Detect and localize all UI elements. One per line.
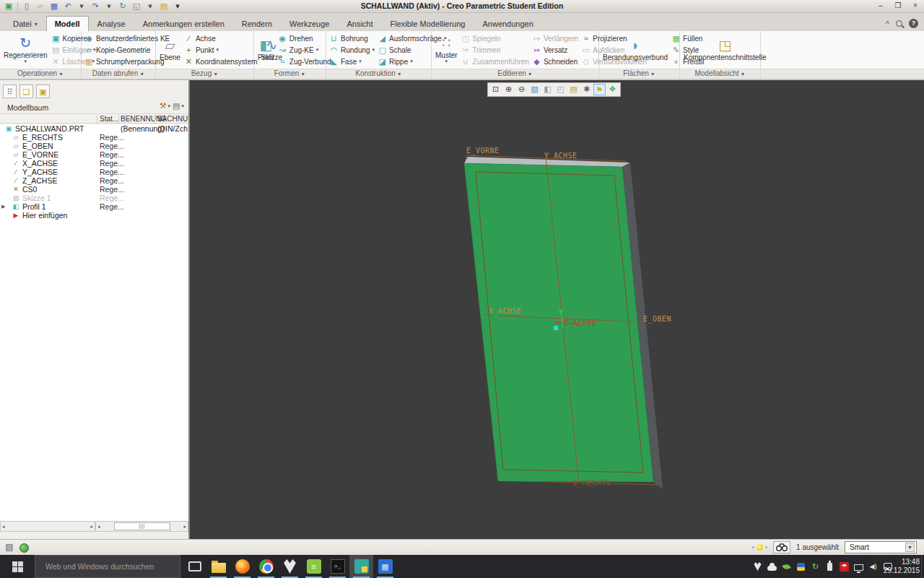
expand-arrow-icon[interactable]: ▶ <box>1 204 5 210</box>
tree-row-x-achse[interactable]: ∕X_ACHSERege... <box>0 159 188 168</box>
tray-cloud[interactable] <box>767 562 777 571</box>
task-view-button[interactable] <box>183 555 206 578</box>
favorites-tab[interactable]: ▣ <box>36 85 50 98</box>
notepad-app[interactable]: ≡ <box>302 555 326 578</box>
zoom-in-button[interactable]: ⊕ <box>502 84 515 95</box>
tree-row-hier-einfugen[interactable]: ▶Hier einfügen <box>0 211 188 220</box>
tree-row-cs0[interactable]: ✕CS0Rege... <box>0 185 188 194</box>
zusammenfuhren-button[interactable]: ∪Zusammenführen <box>460 56 531 67</box>
spiegeln-button[interactable]: ◫Spiegeln <box>460 33 531 44</box>
tray-avira[interactable]: ☂ <box>840 562 849 571</box>
tree-row-e-vorne[interactable]: ▱E_VORNERege... <box>0 150 188 159</box>
tab-flexible-modellierung[interactable]: Flexible Modellierung <box>382 16 474 31</box>
model-tree-tab[interactable]: ⠿ <box>3 85 17 98</box>
view-manager-button[interactable]: ▤ <box>567 84 580 95</box>
komponentenschnittstelle-button[interactable]: ◳Komponentenschnittstelle <box>681 32 769 68</box>
tab-datei[interactable]: Datei▾ <box>4 16 46 31</box>
column-header-status[interactable]: Stat... <box>100 115 118 123</box>
koordinatensystem-button[interactable]: ✕Koordinatensystem <box>183 56 259 67</box>
fase-button[interactable]: ◣Fase▾ <box>328 56 376 67</box>
zoom-out-button[interactable]: ⊖ <box>515 84 528 95</box>
tree-row-e-oben[interactable]: ▱E_OBENRege... <box>0 142 188 150</box>
saved-orientations-button[interactable]: ◰ <box>554 84 567 95</box>
achse-button[interactable]: ∕Achse <box>183 33 259 44</box>
scrollbar-thumb[interactable] <box>114 522 170 530</box>
display-style-button[interactable]: ◧ <box>541 84 554 95</box>
verlangern-button[interactable]: ↦Verlängern <box>531 33 580 44</box>
taskbar-clock[interactable]: 13:48 29.12.2015 <box>884 558 920 575</box>
tab-analyse[interactable]: Analyse <box>89 16 134 31</box>
close-button[interactable]: × <box>910 1 920 10</box>
tree-row-skizze-1[interactable]: ▨Skizze 1Rege... <box>0 194 188 202</box>
tray-leaf[interactable] <box>782 562 791 571</box>
restore-button[interactable]: ❐ <box>893 1 903 10</box>
punkt-button[interactable]: +Punkt▾ <box>183 44 259 56</box>
model-events-icon[interactable] <box>19 543 29 553</box>
chrome[interactable] <box>254 555 278 578</box>
find-button[interactable] <box>773 541 790 553</box>
tab-rendern[interactable]: Rendern <box>233 16 281 31</box>
csys-origin-point[interactable] <box>554 326 558 330</box>
spin-center-button[interactable]: ❖ <box>606 84 619 95</box>
column-header-sachnummer[interactable]: SACHNUMMER <box>157 115 188 123</box>
folder-browser-tab[interactable]: ❏ <box>19 85 33 98</box>
ribbon-group-label[interactable]: Konstruktion▼ <box>326 69 431 79</box>
annotation-display-button[interactable]: ⚑ <box>593 84 606 95</box>
datum-label-z-achse[interactable]: Z_ACHSE <box>564 319 597 328</box>
tree-hscrollbar-right[interactable]: ◂▸ <box>95 521 188 532</box>
taskbar-search-input[interactable]: Web und Windows durchsuchen <box>35 555 180 578</box>
scroll-right-arrow[interactable]: ▸ <box>183 524 186 530</box>
graphics-viewport[interactable]: E_VORNEY_ACHSEX_ACHSEE_OBENZ_ACHSEE_RECH… <box>190 80 924 539</box>
tree-row-e-rechts[interactable]: ▱E_RECHTSRege... <box>0 133 188 142</box>
schneiden-button[interactable]: ◆Schneiden <box>531 56 580 67</box>
ribbon-group-label[interactable]: Editieren▼ <box>432 69 598 79</box>
wolf-app[interactable] <box>278 555 302 578</box>
help-icon[interactable]: ? <box>909 19 918 28</box>
search-log-icon[interactable]: ▤ <box>4 542 15 553</box>
start-button[interactable] <box>0 555 35 578</box>
tray-volume[interactable]: ◀) <box>868 562 878 571</box>
datum-label-e-rechts[interactable]: E_RECHTS <box>573 479 611 488</box>
creo-parametric[interactable] <box>349 555 373 578</box>
selection-filter-dropdown[interactable]: Smart ▼ <box>845 541 917 553</box>
scroll-left-arrow[interactable]: ◂ <box>97 524 100 530</box>
bohrung-button[interactable]: ⊔Bohrung <box>328 33 376 44</box>
tree-row-z-achse[interactable]: ∕Z_ACHSERege... <box>0 176 188 185</box>
tab-anwendungen[interactable]: Anwendungen <box>474 16 541 31</box>
repaint-button[interactable]: ▧ <box>528 84 541 95</box>
tray-wolf[interactable] <box>753 562 762 571</box>
ribbon-group-label[interactable]: Daten abrufen▼ <box>82 69 155 79</box>
tray-java[interactable] <box>796 562 806 571</box>
ribbon-group-label[interactable]: Flächen▼ <box>599 69 679 79</box>
tree-hscrollbar-left[interactable]: ◂▸ <box>0 521 95 532</box>
ribbon-group-label[interactable]: Bezug▼ <box>156 69 253 79</box>
datum-label-e-oben[interactable]: E_OBEN <box>643 315 671 324</box>
muster-button[interactable]: ∷Muster▾ <box>433 32 460 68</box>
tab-werkzeuge[interactable]: Werkzeuge <box>281 16 338 31</box>
berandungsverbund-button[interactable]: ◗Berandungsverbund <box>601 32 670 68</box>
ribbon-group-label[interactable]: Formen▼ <box>254 69 326 79</box>
command-search-icon[interactable] <box>896 20 902 27</box>
firefox[interactable] <box>230 555 254 578</box>
ebene-button[interactable]: ▱Ebene <box>157 32 183 68</box>
show-desktop-button[interactable] <box>921 555 924 578</box>
tree-row-schallwand-prt[interactable]: ▣SCHALLWAND.PRT(Benennung)(DIN/Zchn <box>0 124 188 133</box>
zug-ke-button[interactable]: ↝Zug-KE▾ <box>276 44 333 56</box>
file-explorer[interactable] <box>206 555 230 578</box>
zoom-fit-button[interactable]: ⊡ <box>489 84 502 95</box>
drehen-button[interactable]: ◉Drehen <box>276 33 333 44</box>
trimmen-button[interactable]: ✂Trimmen <box>460 44 531 56</box>
versatz-button[interactable]: ↣Versatz <box>531 44 580 56</box>
minimize-button[interactable]: – <box>876 1 886 10</box>
scroll-left-arrow[interactable]: ◂ <box>2 524 5 530</box>
tab-modell[interactable]: Modell <box>46 16 89 31</box>
tab-anmerkungen-erstellen[interactable]: Anmerkungen erstellen <box>134 16 233 31</box>
ribbon-group-label[interactable]: Modellabsicht▼ <box>680 69 760 79</box>
regenerieren-button[interactable]: ↻Regenerieren▾ <box>1 32 50 68</box>
zug-verbund-button[interactable]: ≈Zug-Verbund <box>276 56 333 67</box>
tree-filters-button[interactable]: ⚒▾ <box>160 101 170 111</box>
tree-columns-button[interactable]: ▤▾ <box>173 101 184 111</box>
media-app[interactable]: ▦ <box>373 555 397 578</box>
rundung-button[interactable]: ◠Rundung▾ <box>328 44 376 56</box>
tree-row-y-achse[interactable]: ∕Y_ACHSERege... <box>0 168 188 176</box>
